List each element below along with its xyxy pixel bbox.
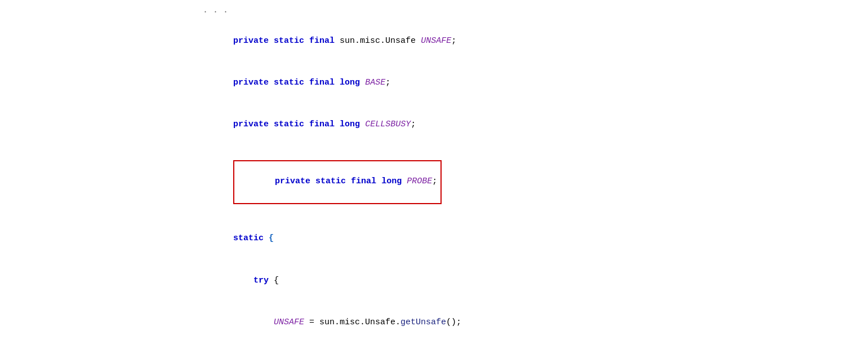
code-line-8: Class<?> sk = Striped64.class; [203, 343, 845, 357]
code-line-6: try { [203, 260, 845, 302]
code-line-5: static { [203, 218, 845, 260]
code-line-4: private static final long PROBE; [203, 146, 845, 218]
code-container: · · · private static final sun.misc.Unsa… [0, 0, 868, 357]
code-line-1: private static final sun.misc.Unsafe UNS… [203, 20, 845, 62]
code-line-3: private static final long CELLSBUSY; [203, 104, 845, 146]
code-line-7: UNSAFE = sun.misc.Unsafe.getUnsafe(); [203, 302, 845, 343]
code-line-2: private static final long BASE; [203, 62, 845, 104]
code-block: · · · private static final sun.misc.Unsa… [0, 6, 868, 357]
line-dots: · · · [11, 6, 845, 19]
